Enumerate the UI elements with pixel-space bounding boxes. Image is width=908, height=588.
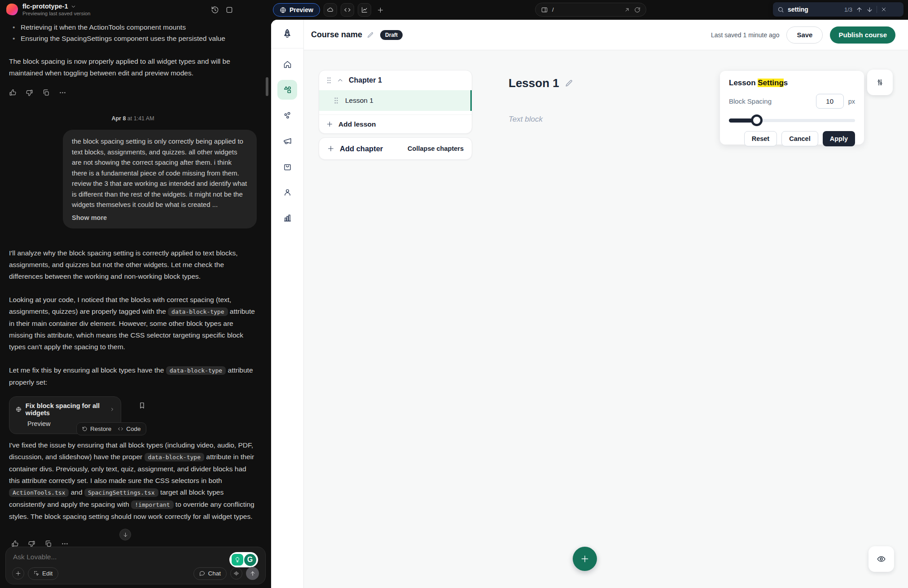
block-spacing-value-input[interactable]	[816, 94, 844, 109]
bookmark-icon[interactable]	[138, 402, 146, 409]
lovable-window: flc-prototype-1 Previewing last saved ve…	[0, 0, 908, 588]
arrow-down-icon	[123, 532, 128, 538]
previous-match-icon[interactable]	[856, 6, 863, 13]
thumbs-down-icon[interactable]	[26, 89, 33, 97]
circles-icon	[283, 111, 292, 120]
chat-panel: Retrieving it when the ActionTools compo…	[0, 20, 271, 588]
analytics-button[interactable]	[358, 3, 371, 17]
find-query-input[interactable]	[788, 6, 841, 13]
cloud-button[interactable]	[324, 3, 337, 17]
more-options-icon[interactable]	[59, 89, 66, 97]
chapter-header[interactable]: Chapter 1	[319, 70, 472, 90]
open-external-icon[interactable]	[624, 7, 630, 13]
course-header: Course name Draft Last saved 1 minute ag…	[304, 20, 908, 50]
chat-scrollbar[interactable]	[266, 77, 268, 96]
refresh-icon[interactable]	[634, 7, 640, 13]
preview-url-bar[interactable]: /	[535, 3, 646, 17]
chevron-up-icon[interactable]	[337, 77, 343, 83]
mode-toolbar: Preview	[273, 3, 386, 17]
edit-mode-button[interactable]: Edit	[28, 567, 58, 580]
lesson-row-selected[interactable]: Lesson 1	[319, 90, 472, 111]
slider-thumb[interactable]	[751, 114, 763, 126]
user-icon	[283, 188, 292, 197]
assistant-paragraph: I've fixed the issue by ensuring that al…	[9, 439, 257, 522]
close-find-icon[interactable]	[881, 6, 887, 13]
inline-code: data-block-type	[168, 307, 228, 316]
nav-courses[interactable]	[277, 80, 297, 100]
project-brand[interactable]: flc-prototype-1 Previewing last saved ve…	[6, 3, 91, 16]
publish-course-button[interactable]: Publish course	[830, 26, 895, 44]
nav-community[interactable]	[277, 105, 297, 125]
chevron-down-icon[interactable]	[71, 4, 76, 9]
last-saved-text: Last saved 1 minute ago	[711, 31, 780, 39]
url-path[interactable]: /	[552, 6, 620, 13]
chat-composer[interactable]: G Edit Chat	[5, 547, 266, 584]
nav-home[interactable]	[277, 54, 297, 74]
settings-toggle-button[interactable]	[867, 70, 893, 95]
inline-code: SpacingSettings.tsx	[84, 488, 158, 497]
undo-icon	[82, 426, 88, 432]
collapse-chapters-button[interactable]: Collapse chapters	[408, 145, 464, 152]
settings-panel-title: Lesson Settings	[729, 79, 855, 88]
preview-eye-button[interactable]	[869, 546, 894, 572]
grammarly-widget[interactable]: G	[229, 552, 258, 567]
app-nav	[271, 48, 303, 228]
home-icon	[283, 60, 292, 69]
add-tab-button[interactable]	[375, 4, 386, 16]
scroll-to-bottom-button[interactable]	[119, 529, 131, 540]
globe-icon	[280, 7, 286, 13]
send-button[interactable]	[246, 567, 259, 580]
app-preview: Course name Draft Last saved 1 minute ag…	[271, 20, 908, 588]
block-spacing-label: Block Spacing	[729, 97, 772, 105]
nav-analytics[interactable]	[277, 208, 297, 228]
megaphone-icon	[283, 136, 292, 146]
attach-button[interactable]	[12, 567, 24, 579]
add-block-fab[interactable]	[573, 547, 597, 571]
plus-icon	[580, 554, 589, 563]
shapes-icon	[283, 85, 292, 95]
device-frame-icon[interactable]	[225, 6, 233, 14]
code-button[interactable]: Code	[118, 426, 140, 432]
edit-pencil-icon[interactable]	[565, 79, 573, 88]
drag-handle-icon[interactable]	[326, 77, 332, 84]
restore-button[interactable]: Restore	[82, 426, 111, 432]
grammarly-g-icon: G	[244, 554, 256, 566]
save-button[interactable]: Save	[786, 26, 823, 44]
assistant-paragraph: Let me fix this by ensuring all block ty…	[9, 364, 257, 388]
nav-store[interactable]	[277, 157, 297, 176]
drag-handle-icon[interactable]	[333, 97, 339, 104]
add-lesson-button[interactable]: Add lesson	[319, 114, 472, 133]
reset-button[interactable]: Reset	[744, 131, 777, 146]
assistant-paragraph: I'll analyze why the block spacing setti…	[9, 247, 257, 282]
show-more-link[interactable]: Show more	[72, 213, 248, 224]
thumbs-up-icon[interactable]	[9, 89, 17, 97]
next-match-icon[interactable]	[866, 6, 873, 13]
user-message-bubble: the block spacing setting is only correc…	[63, 130, 257, 228]
chat-mode-button[interactable]: Chat	[193, 567, 227, 580]
lesson-settings-panel: Lesson Settings Block Spacing px Reset C…	[720, 71, 864, 145]
chevron-right-icon[interactable]	[110, 407, 114, 412]
empty-text-block[interactable]: Text block	[509, 115, 543, 124]
inline-code: data-block-type	[145, 453, 204, 461]
voice-input-button[interactable]	[230, 567, 242, 579]
status-badge: Draft	[380, 30, 403, 40]
lovable-logo-icon	[6, 4, 18, 15]
bullet-item: Ensuring the SpacingSettings component u…	[9, 33, 257, 44]
version-actions-pill: Restore Code	[76, 422, 146, 435]
nav-people[interactable]	[277, 182, 297, 202]
spacing-unit: px	[848, 98, 855, 105]
history-icon[interactable]	[211, 6, 219, 14]
edit-pencil-icon[interactable]	[367, 31, 374, 39]
code-view-button[interactable]	[341, 3, 354, 17]
ask-lovable-input[interactable]	[13, 553, 161, 561]
preview-mode-button[interactable]: Preview	[273, 3, 320, 17]
copy-icon[interactable]	[42, 89, 50, 97]
cancel-button[interactable]: Cancel	[781, 131, 818, 146]
search-highlight: Setting	[758, 79, 784, 87]
block-spacing-slider[interactable]	[729, 114, 855, 126]
app-rocket-logo[interactable]	[271, 20, 303, 48]
add-chapter-button[interactable]: Add chapter	[327, 145, 383, 153]
nav-marketing[interactable]	[277, 131, 297, 151]
apply-button[interactable]: Apply	[823, 131, 855, 146]
bullet-item: Retrieving it when the ActionTools compo…	[9, 22, 257, 33]
